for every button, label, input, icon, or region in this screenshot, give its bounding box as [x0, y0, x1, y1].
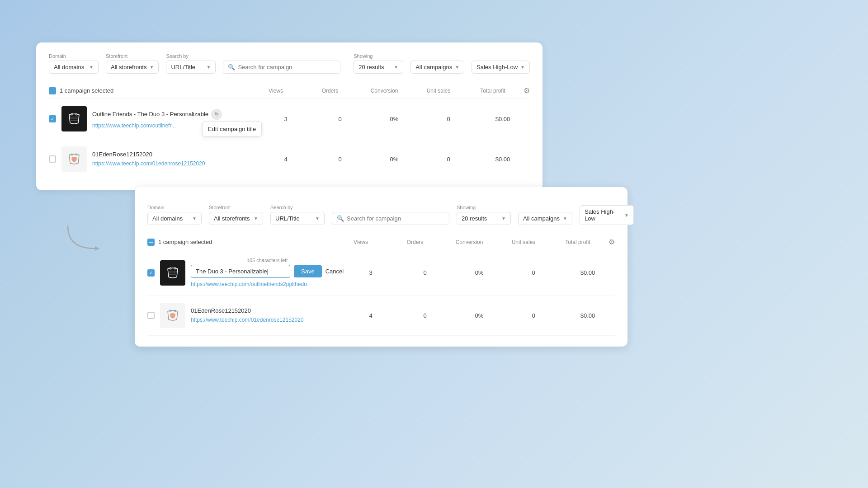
save-button[interactable]: Save [294, 265, 322, 277]
b-searchby-value: URL/Title [275, 215, 300, 222]
col-headers: Views Orders Conversion Unit sales Total… [249, 88, 520, 94]
b-storefront-filter-group: Storefront All storefronts ▼ [209, 205, 263, 225]
b-showing-select[interactable]: 20 results ▼ [457, 212, 511, 225]
campaign-name-1: Outline Friends - The Duo 3 - Personaliz… [92, 111, 208, 117]
showing-label: Showing [354, 53, 403, 59]
flow-arrow [59, 221, 113, 258]
b-storefront-label: Storefront [209, 205, 263, 210]
campaign-url-1[interactable]: https://www.teechip.com/outlinefr... [92, 122, 176, 129]
b-domain-select[interactable]: All domains ▼ [147, 212, 202, 225]
campaign-url-2[interactable]: https://www.teechip.com/01edenrose121520… [92, 160, 205, 167]
settings-icon[interactable]: ⚙ [524, 86, 530, 95]
b-filter-campaigns-group: All campaigns ▼ [518, 205, 572, 225]
b-selected-info: — 1 campaign selected [147, 239, 334, 246]
b-all-campaigns-select[interactable]: All campaigns ▼ [518, 212, 572, 225]
campaign-title-2: 01EdenRose12152020 [92, 151, 259, 158]
sort-select[interactable]: Sales High-Low ▼ [472, 61, 530, 74]
search-group: 🔍 [223, 53, 346, 74]
conversion-1: 0% [367, 116, 421, 122]
b-storefront-select[interactable]: All storefronts ▼ [209, 212, 263, 225]
searchby-select[interactable]: URL/Title ▼ [166, 61, 216, 74]
b-showing-chevron-icon: ▼ [501, 216, 506, 221]
col-conversion: Conversion [357, 88, 411, 94]
domain-filter-group: Domain All domains ▼ [49, 53, 99, 74]
campaigns-chevron-icon: ▼ [455, 65, 459, 70]
b-conversion-1: 0% [452, 269, 506, 276]
search-icon: 🔍 [228, 64, 235, 70]
row2-checkbox[interactable] [49, 155, 56, 163]
b-showing-label: Showing [457, 205, 511, 210]
col-total-profit: Total profit [466, 88, 520, 94]
search-input[interactable] [238, 64, 335, 70]
bottom-filter-row: Domain All domains ▼ Storefront All stor… [147, 198, 615, 225]
orders-2: 0 [313, 156, 367, 163]
storefront-select[interactable]: All storefronts ▼ [106, 61, 159, 74]
b-searchby-label: Search by [270, 205, 325, 210]
b-table-row-editing: ✓ 105 characters left Save Cancel https:… [147, 250, 615, 296]
b-unit-sales-2: 0 [506, 312, 561, 319]
b-search-input[interactable] [347, 215, 444, 222]
select-all-checkbox[interactable]: — [49, 87, 56, 94]
svg-marker-6 [95, 246, 99, 251]
b-col-values-2: 4 0 0% 0 $0.00 [344, 312, 615, 319]
b-orders-1: 0 [398, 269, 452, 276]
b-select-all-checkbox[interactable]: — [147, 239, 155, 246]
b-campaign-info-1: 105 characters left Save Cancel https://… [191, 258, 344, 288]
edit-title-btn-1[interactable]: ↻ Edit campaign title [211, 109, 222, 120]
b-sort-label [580, 198, 634, 203]
b-col-headers: Views Orders Conversion Unit sales Total… [334, 239, 605, 245]
b-campaign-title-2: 01EdenRose12152020 [191, 307, 344, 314]
bottom-table-header: — 1 campaign selected Views Orders Conve… [147, 234, 615, 250]
domain-value: All domains [54, 64, 84, 70]
searchby-value: URL/Title [171, 64, 195, 70]
sort-group: Sales High-Low ▼ [472, 53, 530, 74]
col-unit-sales: Unit sales [411, 88, 466, 94]
search-wrap[interactable]: 🔍 [223, 61, 340, 74]
all-campaigns-value: All campaigns [415, 64, 452, 70]
b-orders-2: 0 [398, 312, 452, 319]
edit-tooltip: Edit campaign title [202, 122, 262, 136]
b-showing-filter-group: Showing 20 results ▼ [457, 205, 511, 225]
title-edit-input[interactable] [191, 265, 290, 278]
storefront-filter-group: Storefront All storefronts ▼ [106, 53, 159, 74]
campaign-name-2: 01EdenRose12152020 [92, 151, 152, 158]
sort-chevron-icon: ▼ [520, 65, 525, 70]
b-filter-campaigns-label [518, 205, 572, 210]
b-search-wrap[interactable]: 🔍 [332, 212, 449, 225]
b-campaign-info-2: 01EdenRose12152020 https://www.teechip.c… [191, 307, 344, 324]
char-count: 105 characters left [191, 258, 344, 263]
b-row2-checkbox[interactable] [147, 312, 155, 319]
col-values-2: 4 0 0% 0 $0.00 [259, 156, 530, 163]
b-col-views: Views [334, 239, 388, 245]
b-domain-chevron-icon: ▼ [192, 216, 197, 221]
total-profit-2: $0.00 [476, 156, 530, 163]
b-search-label [332, 205, 449, 210]
total-profit-1: $0.00 [476, 116, 530, 122]
b-row1-checkbox[interactable]: ✓ [147, 269, 155, 277]
b-settings-icon[interactable]: ⚙ [609, 238, 615, 246]
table-row: ✓ Outline Friends - The Duo 3 - Personal… [49, 99, 530, 139]
b-views-2: 4 [344, 312, 398, 319]
views-2: 4 [259, 156, 313, 163]
conversion-2: 0% [367, 156, 421, 163]
searchby-chevron-icon: ▼ [206, 65, 211, 70]
row1-checkbox[interactable]: ✓ [49, 115, 56, 122]
domain-select[interactable]: All domains ▼ [49, 61, 99, 74]
campaign-title-1: Outline Friends - The Duo 3 - Personaliz… [92, 109, 259, 120]
showing-select[interactable]: 20 results ▼ [354, 61, 403, 74]
col-orders: Orders [303, 88, 357, 94]
b-total-profit-1: $0.00 [561, 269, 615, 276]
b-campaign-url-2[interactable]: https://www.teechip.com/01edenrose121520… [191, 317, 304, 323]
b-col-orders: Orders [388, 239, 442, 245]
top-filter-row: Domain All domains ▼ Storefront All stor… [49, 53, 530, 74]
b-campaign-url-1[interactable]: https://www.teechip.com/outlinefriends2p… [191, 281, 307, 287]
edit-title-row: Save Cancel [191, 265, 344, 278]
arrow-container [59, 221, 113, 258]
cancel-button[interactable]: Cancel [326, 268, 344, 275]
all-campaigns-select[interactable]: All campaigns ▼ [410, 61, 464, 74]
b-sort-value: Sales High-Low [585, 208, 622, 222]
filter-campaigns-label [410, 53, 464, 59]
b-searchby-select[interactable]: URL/Title ▼ [270, 212, 325, 225]
sort-label [472, 53, 530, 59]
b-sort-select[interactable]: Sales High-Low ▼ [580, 205, 634, 225]
